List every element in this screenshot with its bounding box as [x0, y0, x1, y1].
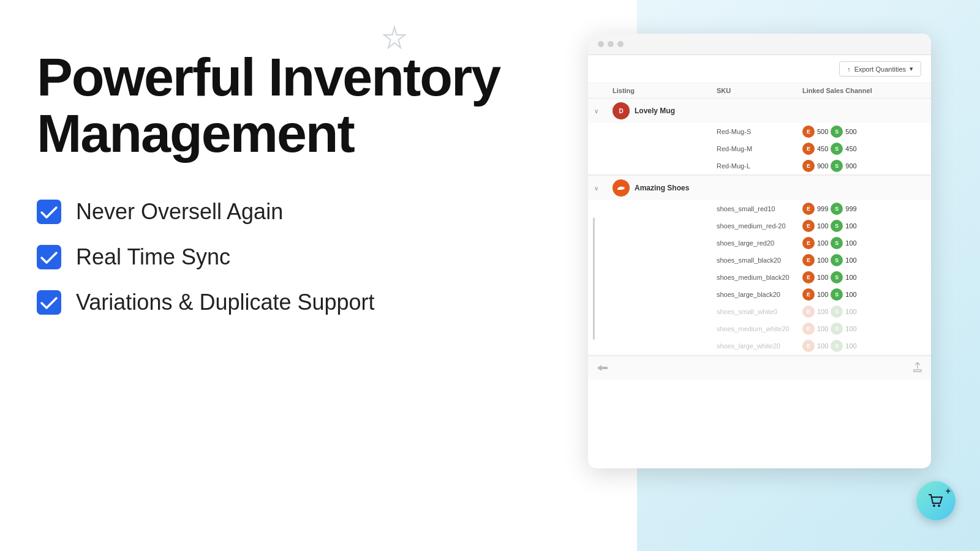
channel-badges-red-mug-l: E 900 S 900 [802, 160, 925, 172]
product-avatar-amazing-shoes [612, 179, 630, 197]
sku-shoes-large-black: shoes_large_black20 [717, 291, 802, 298]
variant-row-shoes-large-red: shoes_large_red20 E 100 S 100 [588, 234, 931, 252]
col-header-sku: SKU [717, 87, 802, 94]
browser-window: ↑ Export Quantities ▾ Listing SKU Linked… [588, 34, 931, 468]
product-row-amazing-shoes: ∨ Amazing Shoes shoes_small_red10 E 999 … [588, 176, 931, 356]
variant-row-shoes-large-white: shoes_large_white20 E 100 S 100 [588, 337, 931, 355]
feature-item-variations: Variations & Duplicate Support [37, 290, 502, 315]
checkbox-checked-icon-2 [37, 245, 61, 269]
variant-row-shoes-small-black: shoes_small_black20 E 100 S 100 [588, 252, 931, 269]
product-row-lovely-mug: ∨ D Lovely Mug Red-Mug-S E 500 S 500 [588, 99, 931, 176]
bottom-left [597, 364, 612, 372]
col-header-listing: Listing [612, 87, 717, 94]
etsy-badge-l: E [802, 160, 815, 172]
shopify-badge: S [831, 126, 843, 138]
checkbox-checked-icon [37, 200, 61, 224]
col-header-channel: Linked Sales Channel [802, 87, 925, 94]
variant-row-shoes-med-white: shoes_medium_white20 E 100 S 100 [588, 320, 931, 337]
upload-icon [913, 361, 922, 372]
sku-shoes-large-white: shoes_large_white20 [717, 342, 802, 350]
feature-text-real-time-sync: Real Time Sync [76, 244, 230, 270]
sku-red-mug-m: Red-Mug-M [717, 145, 802, 152]
arrow-icon [597, 364, 609, 372]
variant-row-red-mug-s: Red-Mug-S E 500 S 500 [588, 123, 931, 140]
scrollbar[interactable] [593, 217, 595, 340]
variant-row-red-mug-l: Red-Mug-L E 900 S 900 [588, 157, 931, 175]
etsy-qty-m: 450 [817, 145, 828, 152]
shopify-badge-m: S [831, 143, 843, 155]
feature-item-never-oversell: Never Oversell Again [37, 199, 502, 225]
browser-dot-2 [608, 41, 614, 47]
product-header-lovely-mug[interactable]: ∨ D Lovely Mug [588, 99, 931, 123]
variant-row-shoes-med-black: shoes_medium_black20 E 100 S 100 [588, 269, 931, 286]
checkbox-checked-icon-3 [37, 290, 61, 315]
browser-content[interactable]: ↑ Export Quantities ▾ Listing SKU Linked… [588, 55, 931, 467]
shopify-badge-l: S [831, 160, 843, 172]
variant-row-shoes-large-black: shoes_large_black20 E 100 S 100 [588, 286, 931, 303]
sku-shoes-med-white: shoes_medium_white20 [717, 325, 802, 332]
variant-row-shoes-small-red: shoes_small_red10 E 999 S 999 [588, 200, 931, 217]
channel-badges-shoes-small-red: E 999 S 999 [802, 203, 925, 215]
sku-red-mug-l: Red-Mug-L [717, 162, 802, 170]
expand-icon-amazing-shoes[interactable]: ∨ [594, 185, 612, 192]
product-name-amazing-shoes: Amazing Shoes [612, 179, 717, 197]
product-name-lovely-mug: D Lovely Mug [612, 102, 717, 119]
variant-row-shoes-med-red: shoes_medium_red-20 E 100 S 100 [588, 217, 931, 234]
cart-icon [927, 492, 945, 509]
page-title: Powerful Inventory Management [37, 49, 502, 162]
product-avatar-lovely-mug: D [612, 102, 630, 119]
svg-point-4 [938, 504, 940, 507]
etsy-qty-l: 900 [817, 162, 828, 170]
shopify-qty-m: 450 [845, 145, 856, 152]
etsy-badge-m: E [802, 143, 815, 155]
cart-plus-icon: + [946, 486, 951, 496]
cart-fab-button[interactable]: + [916, 481, 956, 520]
export-icon: ↑ [847, 66, 851, 73]
browser-titlebar [588, 34, 931, 55]
sku-shoes-med-black: shoes_medium_black20 [717, 274, 802, 281]
channel-badges-red-mug-m: E 450 S 450 [802, 143, 925, 155]
shopify-qty-l: 900 [845, 162, 856, 170]
sku-shoes-small-red: shoes_small_red10 [717, 205, 802, 212]
svg-point-3 [933, 504, 935, 507]
sku-shoes-large-red: shoes_large_red20 [717, 239, 802, 247]
bottom-bar [588, 356, 931, 380]
sku-shoes-small-white: shoes_small_white0 [717, 308, 802, 315]
left-panel: Powerful Inventory Management Never Over… [37, 49, 502, 315]
features-list: Never Oversell Again Real Time Sync Vari… [37, 199, 502, 315]
feature-item-real-time-sync: Real Time Sync [37, 244, 502, 270]
export-quantities-button[interactable]: ↑ Export Quantities ▾ [839, 61, 921, 77]
channel-badges-red-mug-s: E 500 S 500 [802, 126, 925, 138]
variant-row-shoes-small-white: shoes_small_white0 E 100 S 100 [588, 303, 931, 320]
etsy-qty: 500 [817, 128, 828, 135]
sku-shoes-small-black: shoes_small_black20 [717, 257, 802, 264]
feature-text-never-oversell: Never Oversell Again [76, 199, 283, 225]
expand-icon-lovely-mug[interactable]: ∨ [594, 108, 612, 114]
table-header: Listing SKU Linked Sales Channel [588, 83, 931, 99]
toolbar: ↑ Export Quantities ▾ [588, 55, 931, 83]
browser-dot-1 [598, 41, 604, 47]
variant-row-red-mug-m: Red-Mug-M E 450 S 450 [588, 140, 931, 157]
sku-red-mug-s: Red-Mug-S [717, 128, 802, 135]
export-label: Export Quantities [854, 66, 906, 73]
product-header-amazing-shoes[interactable]: ∨ Amazing Shoes [588, 176, 931, 200]
bottom-right [913, 361, 922, 375]
feature-text-variations: Variations & Duplicate Support [76, 290, 375, 315]
browser-dot-3 [617, 41, 624, 47]
col-header-expand [594, 87, 612, 94]
etsy-badge: E [802, 126, 815, 138]
dropdown-arrow-icon: ▾ [910, 65, 913, 73]
sku-shoes-med-red: shoes_medium_red-20 [717, 222, 802, 230]
shopify-qty: 500 [845, 128, 856, 135]
